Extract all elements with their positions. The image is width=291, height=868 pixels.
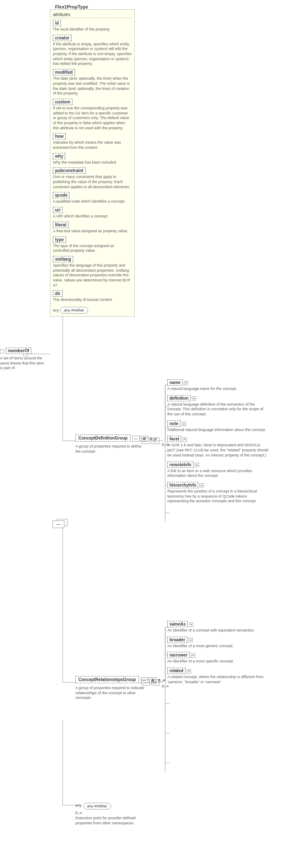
attr-id-name: id (53, 20, 61, 26)
main-container: Flex1PropType — ⊞ 0..∞ (0, 0, 291, 868)
attr-dir-name: dir (53, 290, 63, 297)
attr-xmllang-desc: Specifies the language of this property … (53, 263, 132, 288)
attr-dir-desc: The directionality of textual content. (53, 298, 132, 303)
attr-creator-name: creator (53, 35, 72, 41)
right-definition-label: definition (167, 395, 191, 401)
concept-rel-right-items: sameAs + An identifier of a concept with… (167, 621, 269, 688)
bottom-any-range: 0..∞ (75, 811, 147, 815)
attr-pubconstraint-desc: One or many constraints that apply to pu… (53, 175, 132, 189)
attr-uri-desc: A URI which identifies a concept. (53, 214, 132, 219)
hierarchyinfo-plus-icon: + (200, 483, 204, 487)
attr-xmllang-name: xmllang (53, 256, 73, 262)
concept-rel-group-desc: A group of properties required to indica… (75, 686, 145, 701)
attr-uri-name: uri (53, 207, 63, 213)
attr-xmllang: xmllang Specifies the language of this p… (53, 256, 132, 288)
right-item-sameas: sameAs + An identifier of a concept with… (167, 621, 269, 633)
facet-plus-icon: + (183, 437, 187, 442)
right-item-remoteinfo: remoteInfo + A link to an item or a web … (167, 462, 269, 479)
memberof-box: memberOf A set of Items around the same … (0, 348, 47, 371)
attr-pubconstraint-name: pubconstraint (53, 167, 86, 174)
concept-def-group-desc: A group of properties required to define… (75, 444, 145, 454)
attr-id-desc: The local identifier of the property. (53, 27, 132, 32)
right-narrower-desc: An identifier of a more specific concept… (167, 659, 269, 664)
right-remoteinfo-desc: A link to an item or a web resource whic… (167, 469, 269, 479)
memberof-name: memberOf (6, 348, 31, 354)
attr-how-name: how (53, 133, 66, 139)
concept-rel-group-name: ConceptRelationshipsGroup (75, 676, 139, 683)
definition-plus-icon: + (192, 396, 196, 401)
right-item-note: note + Additional natural language infor… (167, 420, 269, 433)
right-related-label: related (167, 668, 186, 674)
expand-symbol: ⊞ (141, 436, 148, 442)
right-item-name: name + A natural language name for the c… (167, 379, 269, 392)
right-item-facet: facet + In NAR 1.8 and later, facet is d… (167, 436, 269, 458)
concept-rel-group: ConceptRelationshipsGroup — ⊞ 0..∞ A gro… (75, 676, 145, 701)
right-item-definition: definition + A natural language definiti… (167, 395, 269, 417)
right-item-narrower: narrower + An identifier of a more speci… (167, 652, 269, 664)
bottom-any-box: any any ##other 0..∞ Extension point for… (75, 801, 147, 826)
right-note-desc: Additional natural language information … (167, 428, 269, 433)
sequence-icon: — (53, 520, 64, 528)
attr-type-desc: The type of the concept assigned as cont… (53, 244, 132, 253)
attr-id: id The local identifier of the property. (53, 20, 132, 32)
attr-how-desc: Indicates by which means the value was e… (53, 140, 132, 150)
any-other-box: any ##other (60, 307, 88, 314)
concept-def-range: 0..∞ (150, 437, 157, 441)
right-broader-desc: An identifier of a more generic concept. (167, 644, 269, 649)
attr-dir: dir The directionality of textual conten… (53, 290, 132, 303)
rel-sequence-symbol: — (141, 677, 148, 683)
attr-literal-desc: A free-text value assigned as property v… (53, 229, 132, 234)
right-note-label: note (167, 420, 180, 427)
attr-creator: creator If the attribute is empty, speci… (53, 35, 132, 67)
attr-custom-desc: If set to true the corresponding propert… (53, 106, 132, 131)
attributes-box: attributes id The local identifier of th… (50, 9, 135, 317)
concept-rel-connectors: — ⊞ 0..∞ (141, 677, 165, 683)
memberof-desc: A set of Items around the same theme tha… (0, 356, 47, 371)
page-title: Flex1PropType (55, 4, 287, 9)
name-plus-icon: + (184, 381, 188, 385)
right-hierarchyinfo-desc: Represents the position of a concept in … (167, 489, 269, 504)
right-sameas-label: sameAs (167, 621, 188, 627)
concept-def-right-items: name + A natural language name for the c… (167, 379, 269, 507)
right-definition-desc: A natural language definition of the sem… (167, 402, 269, 417)
attr-type: type The type of the concept assigned as… (53, 236, 132, 253)
attr-qcode-name: qcode (53, 192, 69, 198)
right-narrower-label: narrower (167, 652, 190, 658)
middle-sequence-box: — (53, 520, 64, 528)
attr-qcode: qcode A qualified code which identifies … (53, 192, 132, 204)
concept-rel-range: 0..∞ (158, 678, 165, 682)
concept-def-connectors: — ⊞ 0..∞ (132, 436, 157, 442)
attr-qcode-desc: A qualified code which identifies a conc… (53, 199, 132, 204)
sequence-symbol: — (132, 436, 140, 442)
attr-type-name: type (53, 236, 66, 243)
any-label: any (53, 308, 60, 312)
attr-pubconstraint: pubconstraint One or many constraints th… (53, 167, 132, 189)
broader-plus-icon: + (188, 638, 193, 642)
right-broader-label: broader (167, 637, 187, 643)
right-item-hierarchyinfo: hierarchyInfo + Represents the position … (167, 482, 269, 504)
right-remoteinfo-label: remoteInfo (167, 462, 194, 468)
note-plus-icon: + (182, 422, 186, 426)
attr-custom: custom If set to true the corresponding … (53, 99, 132, 131)
remoteinfo-plus-icon: + (195, 463, 199, 467)
right-related-desc: A related concept, where the relationshi… (167, 675, 269, 684)
related-plus-icon: + (187, 669, 191, 673)
bottom-any-desc: Extension point for provider-defined pro… (75, 816, 147, 826)
attr-uri: uri A URI which identifies a concept. (53, 207, 132, 219)
narrower-plus-icon: + (191, 654, 195, 658)
right-item-related: related + A related concept, where the r… (167, 668, 269, 684)
right-name-label: name (167, 379, 183, 386)
attr-why: why Why the metadata has been included. (53, 153, 132, 165)
attr-modified-desc: The date (and, optionally, the time) whe… (53, 76, 132, 96)
concept-def-group-name: ConceptDefinitionGroup (75, 434, 130, 442)
attr-literal-name: literal (53, 222, 69, 228)
attr-custom-name: custom (53, 99, 72, 105)
rel-expand-symbol: ⊞ (149, 677, 157, 683)
right-item-broader: broader + An identifier of a more generi… (167, 637, 269, 649)
bottom-any-label-text: any (75, 803, 82, 807)
right-facet-label: facet (167, 436, 181, 442)
attr-creator-desc: If the attribute is empty, specifies whi… (53, 42, 132, 67)
attr-how: how Indicates by which means the value w… (53, 133, 132, 150)
bottom-any-other-box: any ##other (83, 803, 111, 810)
right-name-desc: A natural language name for the concept. (167, 387, 269, 392)
